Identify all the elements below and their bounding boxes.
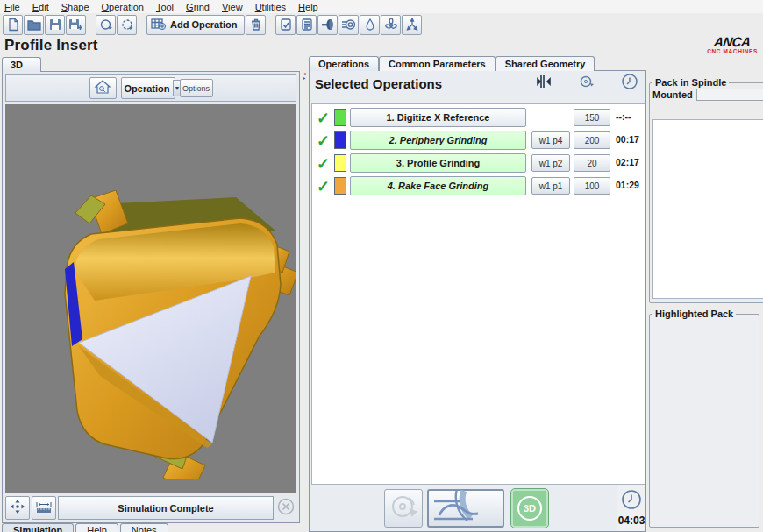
operation-button[interactable]: 2. Periphery Grinding — [350, 131, 526, 150]
wheel-editor-button[interactable] — [339, 15, 359, 35]
wheel-animation-button — [384, 489, 423, 528]
menu-bar: File Edit Shape Operation Tool Grind Vie… — [0, 0, 763, 13]
new-file-button[interactable] — [3, 15, 23, 35]
options-button-label: Options — [182, 84, 210, 93]
anca-logo: ANCA CNC MACHINES — [707, 35, 758, 55]
menu-tool[interactable]: Tool — [156, 2, 174, 12]
wheel-pack-button[interactable]: w1 p2 — [531, 154, 570, 172]
measure-button[interactable] — [32, 496, 56, 520]
operations-list: ✓ 1. Digitize X Reference 150 --:-- ✓ 2.… — [311, 103, 645, 485]
wheel-pack-button[interactable]: w1 p4 — [531, 131, 570, 149]
pack-in-spindle-title: Pack in Spindle — [652, 77, 729, 88]
value-button[interactable]: 200 — [574, 131, 610, 149]
pan-icon — [10, 499, 25, 518]
mounted-field[interactable] — [696, 89, 763, 101]
3d-view-button[interactable]: 3D — [511, 489, 548, 528]
new-file-icon — [6, 18, 20, 32]
save-as-button[interactable] — [66, 15, 86, 35]
page-title: Profile Insert — [4, 37, 98, 54]
operations-tab-bar: Operations Common Parameters Shared Geom… — [309, 56, 646, 71]
3d-button-label: 3D — [517, 496, 542, 521]
verify-button[interactable] — [275, 15, 296, 35]
viewer-toolbar: Operation ▼ Options — [5, 74, 296, 102]
tab-notes[interactable]: Notes — [120, 523, 168, 532]
open-file-button[interactable] — [24, 15, 44, 35]
operation-time: --:-- — [616, 111, 647, 122]
operation-button[interactable]: 3. Profile Grinding — [350, 153, 526, 173]
pack-panel: Pack in Spindle Mounted Highlighted Pack — [647, 56, 761, 532]
add-operation-icon — [151, 17, 167, 32]
op-color-swatch — [334, 154, 346, 172]
rotate-right-button[interactable] — [117, 15, 137, 35]
menu-operation[interactable]: Operation — [102, 2, 144, 12]
tab-common-parameters[interactable]: Common Parameters — [379, 56, 496, 71]
rotate-right-icon — [120, 18, 134, 32]
delete-operation-button[interactable] — [246, 15, 266, 35]
menu-edit[interactable]: Edit — [32, 2, 49, 12]
panel-splitter[interactable]: ◂ ▸ — [301, 56, 308, 523]
simulation-progress-bar: Simulation Complete — [58, 496, 274, 520]
splitter-collapse-right-icon[interactable]: ▸ — [303, 76, 305, 81]
menu-shape[interactable]: Shape — [61, 2, 89, 12]
coolant-button[interactable] — [360, 15, 380, 35]
value-button[interactable]: 100 — [574, 177, 610, 195]
operation-button[interactable]: 1. Digitize X Reference — [350, 108, 526, 127]
save-disk-icon — [48, 18, 62, 32]
menu-view[interactable]: View — [222, 2, 243, 12]
menu-grind[interactable]: Grind — [186, 2, 210, 12]
main-toolbar: Add Operation — [0, 13, 763, 36]
rotate-left-icon — [99, 18, 113, 32]
home-view-button[interactable] — [89, 77, 117, 99]
pan-view-button[interactable] — [5, 496, 30, 520]
operation-check-icon: ✓ — [317, 177, 330, 196]
viewer-panel: 3D Operation ▼ Options — [2, 56, 300, 523]
wheel-pack-column-icon[interactable] — [535, 74, 553, 93]
tab-shared-geometry[interactable]: Shared Geometry — [496, 56, 595, 71]
machine-axes-button[interactable] — [402, 15, 422, 35]
wheel-disabled-icon — [388, 491, 419, 526]
document-check-icon — [279, 18, 293, 32]
propeller-icon — [384, 18, 398, 32]
save-button[interactable] — [45, 15, 65, 35]
menu-file[interactable]: File — [4, 2, 20, 12]
pack-in-spindle-group: Pack in Spindle Mounted — [649, 77, 763, 303]
value-button[interactable]: 20 — [574, 154, 610, 172]
add-operation-button[interactable]: Add Operation — [146, 15, 245, 35]
operation-button[interactable]: 4. Rake Face Grinding — [350, 176, 526, 195]
simulation-view-button[interactable] — [427, 489, 504, 528]
operation-check-icon: ✓ — [317, 154, 330, 174]
bottom-tab-bar: Simulation Help Notes — [2, 523, 170, 532]
wheel-pack-button[interactable]: w1 p1 — [531, 177, 570, 195]
view-orientation-button[interactable] — [381, 15, 401, 35]
wheel-speed-column-icon[interactable] — [578, 74, 595, 93]
tab-operations[interactable]: Operations — [309, 56, 379, 71]
tab-3d[interactable]: 3D — [2, 57, 41, 72]
selected-operations-title: Selected Operations — [315, 76, 442, 91]
operation-dropdown-label: Operation — [125, 83, 170, 94]
total-time-value: 04:03 — [618, 514, 645, 527]
menu-help[interactable]: Help — [298, 2, 318, 12]
options-button[interactable]: Options — [180, 79, 213, 97]
notes-icon — [300, 18, 314, 32]
total-time-cell: 04:03 — [617, 485, 645, 531]
clock-icon — [621, 489, 642, 514]
rotate-left-button[interactable] — [96, 15, 116, 35]
tab-simulation[interactable]: Simulation — [2, 523, 74, 532]
simulation-status-row: Simulation Complete — [5, 496, 296, 520]
close-simulation-button[interactable] — [275, 496, 296, 520]
spindle-pack-list[interactable] — [652, 119, 763, 299]
time-column-icon[interactable] — [621, 73, 638, 94]
value-button[interactable]: 150 — [574, 109, 610, 126]
menu-utilities[interactable]: Utilities — [255, 2, 286, 12]
wheel-pack-button[interactable] — [317, 15, 338, 35]
notes-button[interactable] — [296, 15, 317, 35]
wheel-editor-icon — [341, 18, 356, 32]
simulation-status-text: Simulation Complete — [118, 503, 213, 514]
axes-icon — [405, 18, 419, 32]
tab-help[interactable]: Help — [75, 523, 118, 532]
operation-time: 02:17 — [616, 157, 647, 167]
highlighted-pack-group: Highlighted Pack — [649, 309, 759, 528]
operations-body: Selected Operations ✓ 1. Digitize X Refe… — [309, 70, 646, 532]
3d-viewport[interactable] — [5, 104, 296, 493]
operation-dropdown[interactable]: Operation ▼ — [121, 77, 175, 99]
